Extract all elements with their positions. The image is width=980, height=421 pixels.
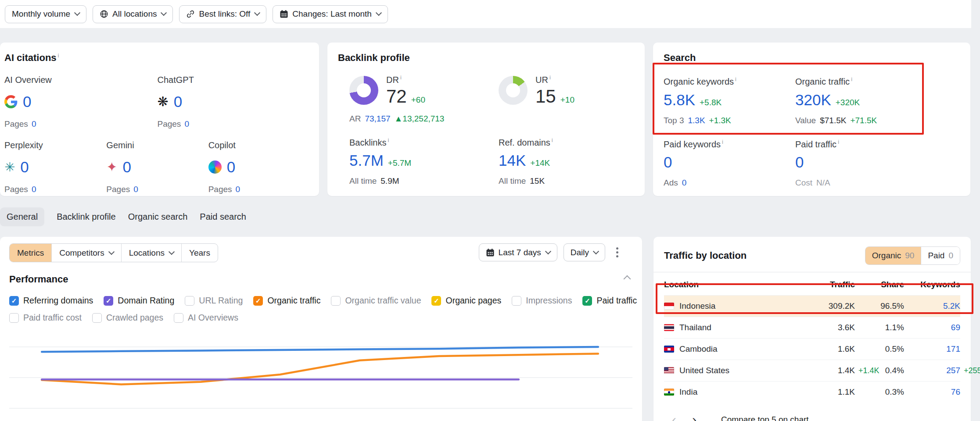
checkbox[interactable]: ✓ [582, 296, 592, 306]
traffic-by-location-panel: Traffic by location Organic90 Paid0 Loca… [653, 237, 971, 421]
backlinks-metric: Backlinksi 5.7M+5.7M All time5.9M [349, 137, 499, 186]
info-icon[interactable]: i [549, 74, 551, 81]
perplexity-label: Perplexity [4, 140, 106, 150]
checkbox[interactable] [512, 296, 521, 306]
checkbox[interactable]: ✓ [9, 296, 19, 306]
info-icon[interactable]: i [722, 139, 723, 145]
paid-keywords-value: 0 [664, 153, 672, 171]
copilot-icon [208, 161, 222, 174]
tab-organic-search[interactable]: Organic search [128, 207, 188, 226]
pages-count-link[interactable]: 0 [236, 185, 241, 194]
metric-checkbox-impressions[interactable]: Impressions [512, 296, 572, 306]
checkbox[interactable] [331, 296, 341, 306]
metric-checkbox-organic-traffic-value[interactable]: Organic traffic value [331, 296, 421, 306]
domain-rating-block: DRi 72+60 [349, 74, 499, 107]
info-icon[interactable]: i [400, 74, 402, 81]
info-icon[interactable]: i [58, 52, 59, 59]
chevron-up-icon [624, 275, 631, 283]
backlink-profile-title: Backlink profile [338, 52, 634, 64]
toggle-paid[interactable]: Paid0 [921, 247, 960, 264]
metric-checkbox-paid-traffic[interactable]: ✓Paid traffic [582, 296, 637, 306]
segment-competitors[interactable]: Competitors [51, 244, 121, 262]
metric-checkbox-url-rating[interactable]: URL Rating [185, 296, 243, 306]
checkbox[interactable]: ✓ [104, 296, 113, 306]
segment-locations[interactable]: Locations [121, 244, 181, 262]
ar-value-link[interactable]: 73,157 [365, 114, 390, 124]
date-range-dropdown[interactable]: Last 7 days [479, 243, 557, 261]
openai-icon: ❋ [158, 95, 169, 108]
chevron-down-icon [545, 248, 551, 254]
compare-top5-button[interactable]: Compare top 5 on chart [721, 415, 809, 421]
tab-paid-search[interactable]: Paid search [200, 207, 246, 226]
backlinks-alltime: 5.9M [381, 176, 399, 186]
info-icon[interactable]: i [735, 76, 736, 82]
column-share: Share [855, 280, 904, 289]
info-icon[interactable]: i [388, 137, 389, 143]
pages-count-link[interactable]: 0 [32, 185, 36, 194]
metric-checkbox-crawled-pages[interactable]: Crawled pages [92, 313, 163, 323]
checkbox[interactable] [92, 313, 102, 323]
location-row-cambodia[interactable]: Cambodia 1.6K 0.5% 171 [664, 338, 960, 360]
checkbox[interactable] [174, 313, 183, 323]
collapse-section-button[interactable] [625, 275, 630, 283]
pages-label: Pages [4, 185, 28, 194]
metric-checkbox-paid-traffic-cost[interactable]: Paid traffic cost [9, 313, 82, 323]
organic-traffic-value: 320K [795, 91, 831, 109]
checkbox[interactable]: ✓ [253, 296, 263, 306]
top3-link[interactable]: 1.3K [688, 116, 705, 125]
info-icon[interactable]: i [552, 137, 553, 143]
info-icon[interactable]: i [838, 139, 839, 145]
cambodia-flag-icon [664, 346, 674, 353]
location-row-india[interactable]: India 1.1K 0.3% 76 [664, 381, 960, 403]
locations-dropdown[interactable]: All locations [93, 5, 173, 23]
granularity-dropdown[interactable]: Daily [564, 243, 605, 261]
location-row-thailand[interactable]: Thailand 3.6K 1.1% 69 [664, 317, 960, 338]
date-range-label: Last 7 days [499, 248, 541, 257]
toggle-organic[interactable]: Organic90 [865, 247, 921, 264]
metric-checkbox-organic-traffic[interactable]: ✓Organic traffic [253, 296, 320, 306]
metric-checkbox-organic-pages[interactable]: ✓Organic pages [431, 296, 501, 306]
next-page-button[interactable]: › [684, 413, 704, 421]
keywords-link[interactable]: 5.2K [943, 301, 960, 310]
previous-page-button[interactable]: ‹ [664, 413, 684, 421]
paid-traffic-metric: Paid traffici 0 CostN/A [795, 139, 960, 188]
keywords-link[interactable]: 171 [946, 344, 960, 353]
metric-checkbox-referring-domains[interactable]: ✓Referring domains [9, 296, 93, 306]
column-location: Location [664, 280, 789, 289]
globe-icon [100, 10, 108, 18]
monthly-volume-dropdown[interactable]: Monthly volume [5, 5, 86, 23]
info-icon[interactable]: i [851, 76, 852, 82]
keywords-link[interactable]: 257 [946, 366, 960, 375]
checkbox[interactable] [185, 296, 194, 306]
chevron-down-icon [169, 249, 175, 255]
backlinks-value: 5.7M [349, 152, 384, 169]
checkbox[interactable] [9, 313, 19, 323]
metric-checkbox-ai-overviews[interactable]: AI Overviews [174, 313, 238, 323]
paid-traffic-value: 0 [795, 153, 804, 171]
more-options-menu[interactable] [611, 243, 623, 261]
segment-metrics[interactable]: Metrics [10, 244, 51, 262]
location-row-indonesia[interactable]: Indonesia 309.2K 96.5% 5.2K [664, 295, 960, 317]
perplexity-icon: ✳ [4, 161, 15, 174]
chevron-down-icon [376, 10, 382, 16]
chatgpt-metric: ChatGPT ❋ 0 Pages0 [158, 75, 311, 129]
metric-checkbox-domain-rating[interactable]: ✓Domain Rating [104, 296, 174, 306]
best-links-dropdown[interactable]: Best links: Off [179, 5, 266, 23]
tab-backlink-profile[interactable]: Backlink profile [57, 207, 116, 226]
location-table-header: Location Traffic Share Keywords [664, 272, 960, 295]
keywords-link[interactable]: 76 [951, 387, 960, 396]
organic-keywords-value: 5.8K [664, 91, 695, 109]
pages-count-link[interactable]: 0 [32, 119, 36, 128]
pages-count-link[interactable]: 0 [184, 119, 189, 128]
location-row-united-states[interactable]: United States 1.4K+1.4K 0.4% 257+255 [664, 360, 960, 381]
segment-years[interactable]: Years [181, 244, 218, 262]
ads-link[interactable]: 0 [682, 178, 687, 188]
granularity-label: Daily [571, 248, 589, 257]
keywords-link[interactable]: 69 [951, 323, 960, 332]
checkbox[interactable]: ✓ [431, 296, 441, 306]
changes-dropdown[interactable]: Changes: Last month [273, 5, 388, 23]
tab-general[interactable]: General [0, 207, 44, 226]
metric-toggles-row-1: ✓Referring domains ✓Domain Rating URL Ra… [9, 296, 633, 306]
pages-count-link[interactable]: 0 [133, 185, 138, 194]
copilot-count: 0 [227, 158, 235, 176]
